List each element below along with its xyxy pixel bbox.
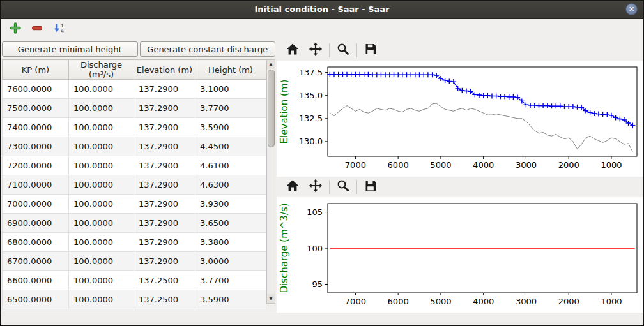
table-cell[interactable]: 100.0000 [69,290,134,309]
svg-text:9: 9 [61,29,64,34]
table-cell[interactable]: 3.6500 [195,214,266,233]
table-cell[interactable]: 3.5900 [195,290,266,309]
home-icon [286,179,300,195]
svg-text:3000: 3000 [516,297,537,306]
svg-text:137.5: 137.5 [299,68,323,77]
table-cell[interactable]: 7600.0000 [3,80,69,99]
table-cell[interactable]: 4.6300 [195,175,266,195]
svg-text:6000: 6000 [388,297,409,306]
table-cell[interactable]: 7400.0000 [3,118,69,137]
table-cell[interactable]: 100.0000 [69,175,134,195]
zoom-icon [336,179,350,195]
table-cell[interactable]: 137.2900 [134,252,195,271]
table-cell[interactable]: 100.0000 [69,271,134,290]
table-cell[interactable]: 137.2900 [134,118,195,137]
table-cell[interactable]: 137.2900 [134,195,195,214]
sort-rows-button[interactable]: 1 9 [50,21,67,38]
table-cell[interactable]: 100.0000 [69,233,134,252]
table-row: 6800.0000100.0000137.29003.3800 [3,233,266,252]
generate-constant-discharge-button[interactable]: Generate constant discharge [140,41,276,57]
add-row-button[interactable] [7,21,24,38]
table-cell[interactable]: 100.0000 [69,80,134,99]
table-cell[interactable]: 3.5900 [195,118,266,137]
table-cell[interactable]: 6500.0000 [3,290,69,309]
chart-canvas[interactable]: 700060005000400030002000100095100105Disc… [277,197,643,313]
initial-condition-table[interactable]: KP (m)Discharge (m³/s)Elevation (m)Heigh… [2,59,266,309]
table-cell[interactable]: 137.2900 [134,214,195,233]
column-header[interactable]: KP (m) [3,60,69,80]
table-cell[interactable]: 7500.0000 [3,99,69,118]
scroll-up-arrow[interactable]: ▲ [267,60,275,69]
table-cell[interactable]: 100.0000 [69,137,134,156]
chart-canvas[interactable]: 7000600050004000300020001000130.0132.513… [277,61,643,177]
save-icon [364,42,378,59]
table-row: 6700.0000100.0000137.29003.0000 [3,252,266,271]
table-cell[interactable]: 4.6100 [195,156,266,175]
table-cell[interactable]: 137.2900 [134,233,195,252]
table-cell[interactable]: 137.2900 [134,80,195,99]
table-cell[interactable]: 7300.0000 [3,137,69,156]
table-cell[interactable]: 100.0000 [69,118,134,137]
remove-row-button[interactable] [29,21,45,38]
svg-text:1000: 1000 [601,297,622,306]
column-header[interactable]: Elevation (m) [134,60,195,80]
elevation-chart[interactable]: 7000600050004000300020001000130.0132.513… [277,61,643,177]
table-cell[interactable]: 6600.0000 [3,271,69,290]
scroll-down-arrow[interactable]: ▼ [267,294,275,303]
table-cell[interactable]: 100.0000 [69,195,134,214]
table-cell[interactable]: 3.7700 [195,271,266,290]
main-toolbar: 1 9 [1,19,643,40]
column-header[interactable]: Height (m) [195,60,266,80]
zoom-button[interactable] [334,178,353,196]
table-cell[interactable]: 7000.0000 [3,195,69,214]
toolbar-separator [356,43,357,57]
table-cell[interactable]: 3.0000 [195,252,266,271]
generate-minimal-height-button[interactable]: Generate minimal height [2,41,138,57]
table-cell[interactable]: 3.7700 [195,99,266,118]
table-cell[interactable]: 6700.0000 [3,252,69,271]
discharge-chart[interactable]: 700060005000400030002000100095100105Disc… [277,197,643,313]
save-button[interactable] [361,41,380,59]
table-cell[interactable]: 3.9300 [195,195,266,214]
table-cell[interactable]: 6800.0000 [3,233,69,252]
table-row: 6600.0000100.0000137.25003.7700 [3,271,266,290]
pan-button[interactable] [306,178,325,196]
table-row: 6500.0000100.0000137.25003.5900 [3,290,266,309]
svg-text:5000: 5000 [430,297,451,306]
table-cell[interactable]: 137.2900 [134,137,195,156]
svg-text:4000: 4000 [473,297,494,306]
table-cell[interactable]: 7200.0000 [3,156,69,175]
pan-button[interactable] [306,41,325,59]
svg-text:5000: 5000 [430,160,451,170]
table-cell[interactable]: 3.3800 [195,233,266,252]
table-cell[interactable]: 3.1000 [195,80,266,99]
svg-text:1000: 1000 [601,160,622,170]
table-cell[interactable]: 137.2900 [134,175,195,195]
remove-icon [31,22,43,36]
table-cell[interactable]: 137.2900 [134,99,195,118]
scroll-thumb[interactable] [268,70,275,147]
column-header[interactable]: Discharge (m³/s) [69,60,134,80]
home-button[interactable] [283,178,302,196]
save-button[interactable] [361,178,380,196]
table-cell[interactable]: 100.0000 [69,252,134,271]
table-cell[interactable]: 100.0000 [69,214,134,233]
table-cell[interactable]: 100.0000 [69,99,134,118]
table-cell[interactable]: 137.2500 [134,271,195,290]
table-row: 7500.0000100.0000137.29003.7700 [3,99,266,118]
discharge-nav-toolbar [277,177,643,197]
toolbar-separator [329,180,330,194]
table-cell[interactable]: 6900.0000 [3,214,69,233]
table-cell[interactable]: 137.2900 [134,156,195,175]
table-cell[interactable]: 7100.0000 [3,175,69,195]
zoom-button[interactable] [334,41,353,59]
main-area: Generate minimal height Generate constan… [1,40,643,313]
close-button[interactable]: ✕ [625,3,638,15]
home-button[interactable] [283,41,302,59]
table-cell[interactable]: 4.4500 [195,137,266,156]
svg-text:7000: 7000 [345,160,366,170]
save-icon [364,179,378,195]
table-cell[interactable]: 100.0000 [69,156,134,175]
table-scrollbar[interactable]: ▲ ▼ [266,59,275,304]
table-cell[interactable]: 137.2500 [134,290,195,309]
